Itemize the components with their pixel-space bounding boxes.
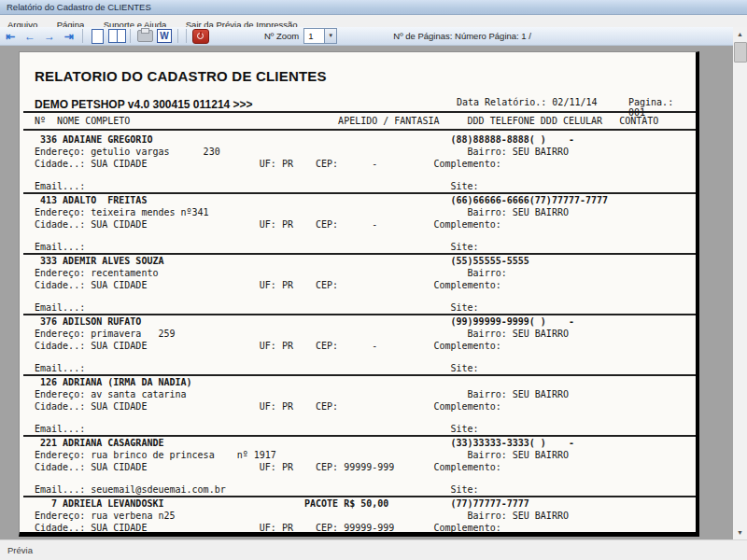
status-text: Prévia — [7, 545, 33, 555]
prev-page-button[interactable]: ← — [21, 29, 39, 44]
report-subtitle: DEMO PETSHOP v4.0 300415 011214 >>> — [35, 98, 253, 111]
record-line-email: Email...: seuemail@sdeuemai.com.br Site: — [35, 483, 696, 496]
record-line-address: Endereço: recentamento Bairro: — [35, 267, 696, 279]
record-line-email: Email...: Site: — [35, 362, 696, 374]
record-line-name: 126 ADRIANA (IRMA DA NADIA) — [35, 376, 696, 388]
record: 7 ADRIELA LEVANDOSKI PACOTE R$ 50,00 (77… — [23, 497, 696, 537]
print-button[interactable] — [135, 29, 154, 44]
prev-page-icon: ← — [24, 29, 35, 44]
record-line-name: 413 ADALTO FREITAS (66)66666-6666(77)777… — [35, 194, 696, 206]
record-line-city: Cidade..: SUA CIDADE UF: PR CEP: 99999-9… — [35, 522, 696, 534]
chevron-down-icon[interactable]: ▼ — [324, 29, 336, 43]
zoom-select[interactable]: 1 ▼ — [303, 28, 337, 44]
record: 376 ADILSON RUFATO (99)99999-9999( ) - E… — [23, 315, 696, 376]
toolbar-separator — [177, 29, 178, 43]
app-window: Relatório do Cadastro de CLIENTES Arquiv… — [0, 0, 747, 560]
report-title: RELATORIO DO CADASTRO DE CLIENTES — [35, 68, 696, 87]
report-page: RELATORIO DO CADASTRO DE CLIENTES DEMO P… — [19, 51, 699, 537]
records: 336 ADAIANE GREGORIO (88)88888-8888( ) -… — [35, 133, 696, 537]
record-line-city: Cidade..: SUA CIDADE UF: PR CEP: Complem… — [35, 400, 696, 413]
record: 413 ADALTO FREITAS (66)66666-6666(77)777… — [23, 194, 696, 255]
record-line-address: Endereço: rua brinco de princesa nº 1917… — [35, 449, 696, 461]
menubar: Arquivo Página Suporte e Ajuda Sair da P… — [0, 15, 747, 27]
zoom-label: Nº Zoom — [264, 31, 299, 41]
record-line-address: Endereço: primavera 259 Bairro: SEU BAIR… — [35, 328, 696, 340]
first-page-button[interactable]: ⇤ — [1, 29, 20, 44]
close-preview-icon — [192, 29, 209, 44]
record-line-city: Cidade..: SUA CIDADE UF: PR CEP: Complem… — [35, 279, 696, 291]
record-line-city: Cidade..: SUA CIDADE UF: PR CEP: 99999-9… — [35, 461, 696, 473]
toolbar: ⇤ ← → ⇥ W Nº Zoom 1 ▼ — [0, 27, 733, 46]
statusbar: Prévia — [0, 539, 747, 560]
record-line-city: Cidade..: SUA CIDADE UF: PR CEP: - Compl… — [35, 158, 696, 170]
record-line-address: Endereço: teixeira mendes nº341 Bairro: … — [35, 206, 696, 218]
titlebar: Relatório do Cadastro de CLIENTES — [0, 0, 747, 15]
preview-area: RELATORIO DO CADASTRO DE CLIENTES DEMO P… — [0, 46, 733, 539]
report-page-number: Pagina.: 001 — [628, 97, 696, 118]
report-date: Data Relatório.: 02/11/14 — [457, 97, 598, 107]
toolbar-separator — [82, 29, 83, 43]
scrollbar-thumb[interactable] — [734, 42, 747, 63]
record-line-city: Cidade..: SUA CIDADE UF: PR CEP: - Compl… — [35, 340, 696, 352]
two-page-icon — [108, 29, 126, 43]
record-line-email: Email...: Site: — [35, 423, 696, 435]
record-line-email: Email...: Site: — [35, 241, 696, 253]
toolbar-separator — [186, 29, 187, 43]
record-line-address: Endereço: av santa catarina Bairro: SEU … — [35, 388, 696, 400]
close-preview-button[interactable] — [191, 29, 210, 44]
printer-icon — [137, 30, 153, 42]
scroll-down-icon[interactable]: ▼ — [733, 525, 747, 539]
word-icon: W — [157, 29, 172, 43]
zoom-value: 1 — [304, 29, 324, 43]
record-line-email: Email...: seuemail@hotmail.com Site: — [35, 534, 696, 537]
record-line-address: Endereço: getulio vargas 230 Bairro: SEU… — [35, 146, 696, 158]
record-line-name: 221 ADRIANA CASAGRANDE (33)33333-3333( )… — [35, 437, 696, 449]
record-line-address: Endereço: rua verbena n25 Bairro: SEU BA… — [35, 510, 696, 522]
last-page-button[interactable]: ⇥ — [60, 29, 78, 44]
record-line-email: Email...: Site: — [35, 180, 696, 192]
record: 126 ADRIANA (IRMA DA NADIA) Endereço: av… — [23, 376, 696, 437]
next-page-icon: → — [44, 29, 55, 44]
record-line-city: Cidade..: SUA CIDADE UF: PR CEP: - Compl… — [35, 218, 696, 231]
window-title: Relatório do Cadastro de CLIENTES — [7, 2, 151, 12]
last-page-icon: ⇥ — [64, 29, 74, 44]
column-headers: Nº NOME COMPLETO APELIDO / FANTASIA DDD … — [23, 115, 696, 131]
single-page-view-button[interactable] — [88, 29, 106, 44]
vertical-scrollbar[interactable]: ▲ ▼ — [733, 27, 747, 539]
record: 336 ADAIANE GREGORIO (88)88888-8888( ) -… — [23, 133, 696, 194]
record-line-name: 333 ADEMIR ALVES SOUZA (55)55555-5555 — [35, 255, 696, 267]
record-line-name: 376 ADILSON RUFATO (99)99999-9999( ) - — [35, 315, 696, 328]
first-page-icon: ⇤ — [6, 29, 15, 44]
record-line-name: 7 ADRIELA LEVANDOSKI PACOTE R$ 50,00 (77… — [35, 497, 696, 510]
record: 221 ADRIANA CASAGRANDE (33)33333-3333( )… — [23, 437, 696, 497]
record-line-email: Email...: Site: — [35, 301, 696, 314]
single-page-icon — [92, 29, 104, 44]
record-line-name: 336 ADAIANE GREGORIO (88)88888-8888( ) - — [35, 133, 696, 146]
pages-info-label: Nº de Páginas: Número Página: 1 / — [393, 31, 531, 41]
record: 333 ADEMIR ALVES SOUZA (55)55555-5555 En… — [23, 255, 696, 315]
toolbar-separator — [130, 29, 131, 43]
scroll-up-icon[interactable]: ▲ — [733, 27, 747, 41]
two-page-view-button[interactable] — [107, 29, 126, 44]
next-page-button[interactable]: → — [40, 29, 59, 44]
export-word-button[interactable]: W — [155, 29, 174, 44]
report-subheader: DEMO PETSHOP v4.0 300415 011214 >>> Data… — [23, 95, 696, 113]
